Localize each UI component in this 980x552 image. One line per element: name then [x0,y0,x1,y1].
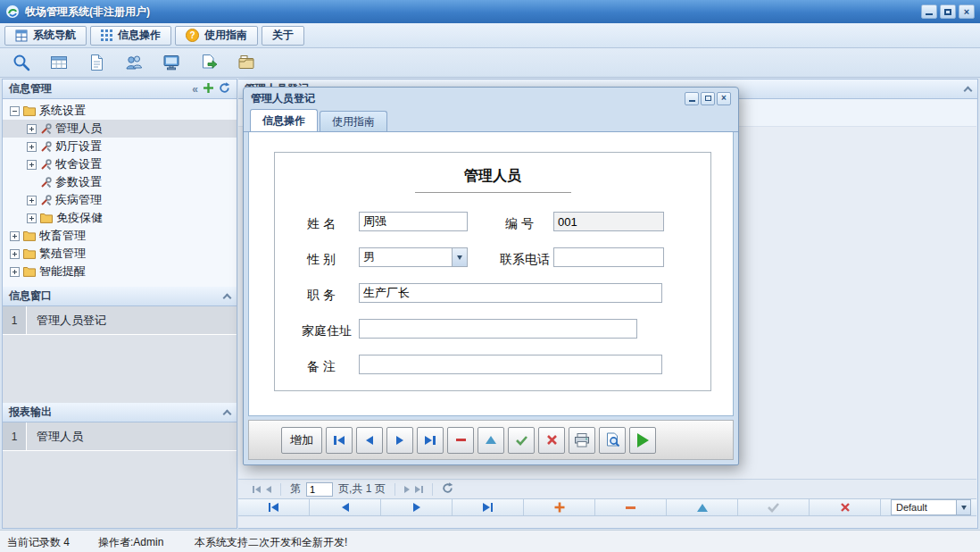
minimize-icon [926,13,933,15]
run-button[interactable] [629,427,656,454]
tab-info-operation[interactable]: 信息操作 [250,109,318,131]
menu-tab-label: 关于 [272,28,294,43]
last-record-button[interactable] [417,427,444,454]
expand-expander-icon[interactable] [10,249,20,259]
add-button[interactable]: 增加 [281,427,322,454]
dialog-title: 管理人员登记 [251,91,315,106]
delete-record-button[interactable] [595,499,667,515]
menu-tab-info-operation[interactable]: 信息操作 [90,26,171,46]
dialog-close-button[interactable]: × [717,92,731,105]
table-icon [49,53,69,72]
menu-tab-system-nav[interactable]: 系统导航 [4,26,87,46]
delete-record-button[interactable] [447,427,474,454]
add-node-icon[interactable] [203,83,213,96]
prev-page-button[interactable] [266,486,271,493]
refresh-page-icon[interactable] [442,482,453,497]
first-page-button[interactable] [253,486,261,493]
prev-record-button[interactable] [310,499,381,515]
menu-tab-label: 系统导航 [33,28,76,43]
list-item[interactable]: 1 管理人员 [3,422,237,451]
expand-expander-icon[interactable] [10,231,20,241]
select-dropdown-button[interactable] [452,248,467,266]
note-field[interactable] [359,355,662,374]
expand-expander-icon[interactable] [27,160,37,170]
print-button[interactable] [569,427,595,454]
tree-item-1[interactable]: 管理人员 [3,120,237,138]
next-record-button[interactable] [381,499,453,515]
refresh-icon[interactable] [219,82,230,96]
dialog-minimize-button[interactable] [685,92,699,105]
tree-item-label: 免疫保健 [56,210,103,226]
card-index-button[interactable] [234,51,258,75]
expand-expander-icon[interactable] [27,196,37,205]
titlebar: 牧场管理系统(非注册用户) × [0,0,980,23]
add-record-button[interactable] [524,499,595,515]
monitor-button[interactable] [159,51,183,75]
collapse-expander-icon[interactable] [10,106,20,116]
first-record-button[interactable] [238,499,310,515]
chevron-up-icon[interactable] [223,293,232,302]
tree-item-6[interactable]: 免疫保健 [3,209,237,227]
address-field[interactable] [359,319,637,339]
code-field[interactable] [553,212,664,231]
chevron-up-icon[interactable] [223,409,232,418]
close-button[interactable]: × [959,4,975,19]
users-button[interactable] [121,51,145,75]
tree-item-4[interactable]: 参数设置 [3,173,237,191]
list-item-number: 1 [3,422,27,450]
prev-record-button[interactable] [356,427,383,454]
gender-label: 性 别 [307,252,336,268]
page-input[interactable] [306,482,333,497]
page-prefix-label: 第 [290,481,301,497]
cancel-button[interactable] [810,499,881,515]
gender-select[interactable]: 男 [359,247,468,267]
list-item[interactable]: 1 管理人员登记 [3,306,237,335]
expand-expander-icon[interactable] [27,213,37,223]
name-field[interactable] [359,212,468,231]
document-button[interactable] [84,51,108,75]
export-button[interactable] [196,51,220,75]
menu-tab-user-guide[interactable]: ? 使用指南 [175,26,258,46]
move-up-button[interactable] [667,499,738,515]
first-record-button[interactable] [326,427,353,454]
tree-item-9[interactable]: 智能提醒 [3,263,237,280]
chevron-up-icon[interactable] [964,86,973,95]
last-page-button[interactable] [415,486,423,493]
collapse-panel-icon[interactable]: « [192,84,198,95]
chevron-down-icon [457,255,462,260]
tree-item-5[interactable]: 疾病管理 [3,191,237,209]
table-button[interactable] [46,51,71,75]
next-record-button[interactable] [386,427,413,454]
tab-user-guide[interactable]: 使用指南 [320,111,387,131]
menu-tab-about[interactable]: 关于 [262,26,304,46]
restore-button[interactable] [940,4,956,19]
dialog-maximize-button[interactable] [701,92,715,105]
confirm-button[interactable] [738,499,810,515]
phone-field[interactable] [553,247,664,267]
info-window-header: 信息窗口 [3,287,237,306]
tree-item-label: 奶厅设置 [55,138,102,155]
form-title: 管理人员 [415,167,571,193]
tree-item-8[interactable]: 繁殖管理 [3,245,237,263]
search-button[interactable] [9,51,33,75]
preview-button[interactable] [599,427,626,454]
default-combo[interactable]: Default [891,499,971,515]
expand-expander-icon[interactable] [10,267,20,277]
minimize-button[interactable] [921,4,937,19]
cancel-button[interactable] [538,427,565,454]
tree-item-0[interactable]: 系统设置 [3,102,237,120]
up-arrow-icon [697,504,708,512]
last-record-button[interactable] [453,499,524,515]
move-up-button[interactable] [478,427,504,454]
combo-dropdown-button[interactable] [956,500,970,514]
expand-expander-icon[interactable] [27,142,37,152]
duty-field[interactable] [359,283,662,303]
tree-item-2[interactable]: 奶厅设置 [3,138,237,155]
help-icon: ? [186,29,199,42]
tree-item-7[interactable]: 牧畜管理 [3,227,237,245]
tree-item-3[interactable]: 牧舍设置 [3,155,237,173]
confirm-button[interactable] [508,427,535,454]
expand-expander-icon[interactable] [27,124,37,134]
preview-icon [605,432,620,447]
next-page-button[interactable] [404,486,410,493]
